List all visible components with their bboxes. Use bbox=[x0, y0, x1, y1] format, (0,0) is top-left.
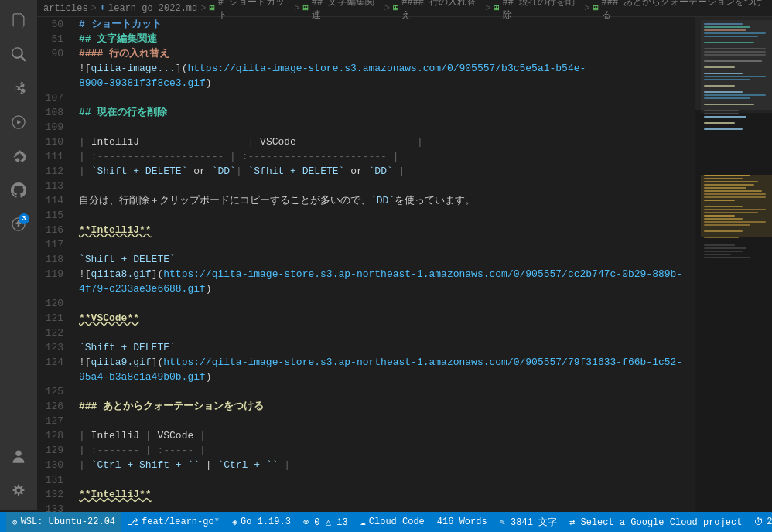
svg-rect-42 bbox=[704, 224, 750, 226]
extensions-icon[interactable] bbox=[5, 142, 32, 170]
line-content-115 bbox=[76, 208, 695, 223]
breadcrumb-h1[interactable]: # ショートカット bbox=[218, 0, 292, 22]
line-content-link1: ![qiita-image...](https://qiita-image-st… bbox=[76, 61, 695, 76]
line-num-127: 127 bbox=[37, 414, 76, 428]
svg-rect-46 bbox=[704, 247, 746, 249]
breadcrumb-symbol-icon-4: ⊞ bbox=[494, 2, 499, 14]
code-line-link1b: 8900-39381f3f8ce3.gif) bbox=[37, 76, 695, 90]
breadcrumb-h2[interactable]: ## 文字編集関連 bbox=[312, 0, 381, 22]
code-line-109: 109 bbox=[37, 120, 695, 135]
github-icon[interactable] bbox=[5, 176, 32, 204]
line-content-118: `Shift + DELETE` bbox=[76, 252, 695, 267]
svg-rect-40 bbox=[704, 218, 743, 220]
line-num-111: 111 bbox=[37, 149, 76, 164]
status-go-version[interactable]: ◈ Go 1.19.3 bbox=[226, 512, 297, 532]
status-selection[interactable]: ⇄ Select a Google Cloud project bbox=[563, 512, 748, 532]
code-line-132: 132 **IntelliJ** bbox=[37, 487, 695, 502]
breadcrumb-symbol-icon-5: ⊞ bbox=[593, 2, 598, 14]
words-label: 416 Words bbox=[437, 517, 487, 527]
minimap[interactable] bbox=[695, 17, 772, 512]
status-branch[interactable]: ⎇ feat/learn-go* bbox=[121, 512, 226, 532]
activity-bar-bottom bbox=[5, 442, 32, 510]
search-icon[interactable] bbox=[5, 40, 32, 68]
line-content-114: 自分は、行削除＋クリップボードにコピーすることが多いので、`DD`を使っています… bbox=[76, 193, 695, 208]
code-line-118: 118 `Shift + DELETE` bbox=[37, 252, 695, 267]
status-time[interactable]: ⏱ 2 hrs 53 mins bbox=[748, 512, 772, 532]
breadcrumb-h3[interactable]: ### あとからクォーテーションをつける bbox=[602, 0, 766, 22]
status-errors[interactable]: ⊗ 0 △ 13 bbox=[297, 512, 354, 532]
line-content-122 bbox=[76, 326, 695, 340]
run-icon[interactable] bbox=[5, 108, 32, 136]
breadcrumb-symbol-icon-2: ⊞ bbox=[303, 2, 309, 14]
line-num-112: 112 bbox=[37, 164, 76, 179]
code-line-133: 133 bbox=[37, 502, 695, 512]
status-chars[interactable]: ✎ 3841 文字 bbox=[494, 512, 563, 532]
breadcrumb-sep-4: > bbox=[384, 3, 390, 14]
svg-rect-48 bbox=[704, 254, 731, 255]
svg-rect-38 bbox=[704, 212, 758, 213]
code-line-128: 128 | IntelliJ | VSCode | bbox=[37, 428, 695, 443]
code-line-111: 111 | :--------------------- | :--------… bbox=[37, 149, 695, 164]
editor-content[interactable]: 50 # ショートカット 51 ## 文字編集関連 90 #### 行の入れ替え… bbox=[37, 17, 695, 512]
account-icon[interactable] bbox=[5, 442, 32, 470]
line-num-114: 114 bbox=[37, 193, 76, 208]
svg-rect-34 bbox=[704, 196, 766, 198]
line-num-51: 51 bbox=[37, 32, 76, 46]
line-content-110: | IntelliJ | VSCode | bbox=[76, 135, 695, 149]
line-num-121: 121 bbox=[37, 311, 76, 326]
branch-icon: ⎇ bbox=[128, 517, 138, 528]
line-num-131: 131 bbox=[37, 472, 76, 487]
line-content-124: ![qiita9.gif](https://qiita-image-store.… bbox=[76, 355, 695, 370]
svg-rect-49 bbox=[704, 257, 750, 258]
remote-icon[interactable]: 3 bbox=[5, 210, 32, 238]
code-line-108: 108 ## 現在の行を削除 bbox=[37, 105, 695, 120]
status-cloud[interactable]: ☁ Cloud Code bbox=[354, 512, 431, 532]
breadcrumb-sep-2: > bbox=[200, 3, 206, 14]
svg-rect-23 bbox=[704, 116, 746, 118]
line-num-123: 123 bbox=[37, 340, 76, 355]
breadcrumb-articles[interactable]: articles bbox=[43, 3, 88, 14]
svg-rect-24 bbox=[704, 122, 735, 124]
svg-rect-43 bbox=[704, 230, 743, 232]
line-num-133: 133 bbox=[37, 502, 76, 512]
svg-rect-41 bbox=[704, 221, 766, 223]
line-num-108: 108 bbox=[37, 105, 76, 120]
status-words[interactable]: 416 Words bbox=[431, 512, 494, 532]
line-content-107 bbox=[76, 90, 695, 105]
source-control-icon[interactable] bbox=[5, 74, 32, 102]
breadcrumb-h4[interactable]: #### 行の入れ替え bbox=[401, 0, 482, 22]
code-line-113: 113 bbox=[37, 179, 695, 193]
code-line-131: 131 bbox=[37, 472, 695, 487]
code-line-130: 130 | `Ctrl + Shift + `` | `Ctrl + `` | bbox=[37, 458, 695, 472]
line-content-120 bbox=[76, 296, 695, 311]
svg-rect-30 bbox=[704, 184, 754, 186]
line-num-116: 116 bbox=[37, 223, 76, 237]
status-right: 416 Words ✎ 3841 文字 ⇄ Select a Google Cl… bbox=[431, 512, 772, 532]
breadcrumb-sep-6: > bbox=[584, 3, 589, 14]
line-num-124: 124 bbox=[37, 355, 76, 370]
wsl-label: WSL: Ubuntu-22.04 bbox=[21, 517, 115, 527]
svg-rect-27 bbox=[704, 175, 750, 176]
line-content-125 bbox=[76, 384, 695, 399]
explorer-icon[interactable] bbox=[5, 6, 32, 34]
line-content-126: ### あとからクォーテーションをつける bbox=[76, 399, 695, 414]
settings-icon[interactable] bbox=[5, 476, 32, 504]
svg-rect-21 bbox=[704, 110, 739, 111]
line-content-116: **IntelliJ** bbox=[76, 223, 695, 237]
line-content-124b: 95a4-b3a8c1a49b0b.gif) bbox=[76, 370, 695, 384]
go-version-label: Go 1.19.3 bbox=[241, 517, 291, 527]
breadcrumb-filename[interactable]: learn_go_2022.md bbox=[108, 3, 197, 14]
svg-rect-47 bbox=[704, 251, 743, 252]
time-icon: ⏱ bbox=[754, 517, 763, 528]
svg-rect-25 bbox=[704, 128, 743, 130]
status-wsl[interactable]: ⊗ WSL: Ubuntu-22.04 bbox=[6, 512, 121, 532]
code-line-125: 125 bbox=[37, 384, 695, 399]
line-num-50: 50 bbox=[37, 17, 76, 32]
line-content-129: | :------- | :----- | bbox=[76, 443, 695, 458]
breadcrumb-sep-1: > bbox=[91, 3, 97, 14]
breadcrumb-symbol-icon-3: ⊞ bbox=[393, 2, 398, 14]
breadcrumb-h2-delete[interactable]: ## 現在の行を削除 bbox=[503, 0, 582, 22]
minimap-content bbox=[695, 17, 772, 512]
cloud-label: Cloud Code bbox=[369, 517, 425, 527]
breadcrumb: articles > ⬇ learn_go_2022.md > ⊞ # ショート… bbox=[37, 0, 772, 17]
